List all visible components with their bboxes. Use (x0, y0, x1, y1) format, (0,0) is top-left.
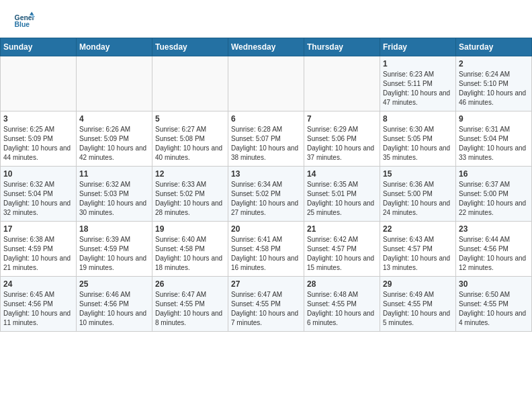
calendar-cell: 9Sunrise: 6:31 AM Sunset: 5:04 PM Daylig… (456, 111, 532, 167)
day-number: 2 (459, 59, 529, 68)
calendar-cell: 10Sunrise: 6:32 AM Sunset: 5:04 PM Dayli… (1, 167, 77, 222)
day-number: 23 (459, 224, 529, 234)
day-number: 18 (79, 224, 149, 234)
day-number: 9 (459, 114, 529, 124)
day-info: Sunrise: 6:40 AM Sunset: 4:58 PM Dayligh… (155, 235, 225, 273)
day-number: 24 (3, 279, 73, 289)
day-info: Sunrise: 6:32 AM Sunset: 5:03 PM Dayligh… (79, 180, 149, 218)
calendar-cell (152, 56, 228, 111)
day-info: Sunrise: 6:45 AM Sunset: 4:56 PM Dayligh… (3, 290, 73, 328)
day-info: Sunrise: 6:39 AM Sunset: 4:59 PM Dayligh… (79, 235, 149, 273)
calendar-cell: 12Sunrise: 6:33 AM Sunset: 5:02 PM Dayli… (152, 167, 228, 222)
day-info: Sunrise: 6:26 AM Sunset: 5:09 PM Dayligh… (79, 125, 149, 163)
day-info: Sunrise: 6:33 AM Sunset: 5:02 PM Dayligh… (155, 180, 225, 218)
day-info: Sunrise: 6:23 AM Sunset: 5:11 PM Dayligh… (383, 70, 453, 107)
day-info: Sunrise: 6:30 AM Sunset: 5:05 PM Dayligh… (383, 125, 453, 163)
day-info: Sunrise: 6:24 AM Sunset: 5:10 PM Dayligh… (459, 70, 529, 107)
day-info: Sunrise: 6:43 AM Sunset: 4:57 PM Dayligh… (383, 235, 453, 273)
weekday-header-cell: Wednesday (228, 38, 304, 56)
day-number: 22 (383, 224, 453, 234)
day-number: 8 (383, 114, 453, 124)
calendar-cell: 18Sunrise: 6:39 AM Sunset: 4:59 PM Dayli… (77, 222, 152, 277)
day-info: Sunrise: 6:27 AM Sunset: 5:08 PM Dayligh… (155, 125, 225, 163)
calendar-cell: 11Sunrise: 6:32 AM Sunset: 5:03 PM Dayli… (77, 167, 152, 222)
day-number: 12 (155, 169, 225, 179)
calendar-cell: 30Sunrise: 6:50 AM Sunset: 4:55 PM Dayli… (456, 277, 532, 332)
day-number: 20 (231, 224, 301, 234)
weekday-header-cell: Saturday (456, 38, 532, 56)
day-number: 17 (3, 224, 73, 234)
calendar-cell: 4Sunrise: 6:26 AM Sunset: 5:09 PM Daylig… (77, 111, 152, 167)
day-info: Sunrise: 6:47 AM Sunset: 4:55 PM Dayligh… (155, 290, 225, 328)
day-info: Sunrise: 6:46 AM Sunset: 4:56 PM Dayligh… (79, 290, 149, 328)
calendar-cell: 26Sunrise: 6:47 AM Sunset: 4:55 PM Dayli… (152, 277, 228, 332)
calendar-cell: 25Sunrise: 6:46 AM Sunset: 4:56 PM Dayli… (77, 277, 152, 332)
calendar-cell: 16Sunrise: 6:37 AM Sunset: 5:00 PM Dayli… (456, 167, 532, 222)
calendar-cell: 23Sunrise: 6:44 AM Sunset: 4:56 PM Dayli… (456, 222, 532, 277)
calendar-cell: 3Sunrise: 6:25 AM Sunset: 5:09 PM Daylig… (1, 111, 77, 167)
day-number: 4 (79, 114, 149, 124)
day-number: 13 (231, 169, 301, 179)
day-info: Sunrise: 6:49 AM Sunset: 4:55 PM Dayligh… (383, 290, 453, 328)
calendar-row: 24Sunrise: 6:45 AM Sunset: 4:56 PM Dayli… (1, 277, 532, 332)
day-number: 15 (383, 169, 453, 179)
calendar-cell: 28Sunrise: 6:48 AM Sunset: 4:55 PM Dayli… (304, 277, 380, 332)
weekday-header-cell: Friday (380, 38, 456, 56)
day-info: Sunrise: 6:47 AM Sunset: 4:55 PM Dayligh… (231, 290, 301, 328)
logo-icon: General Blue (13, 11, 35, 32)
page-header: General Blue (0, 0, 532, 38)
day-info: Sunrise: 6:36 AM Sunset: 5:00 PM Dayligh… (383, 180, 453, 218)
calendar-cell: 14Sunrise: 6:35 AM Sunset: 5:01 PM Dayli… (304, 167, 380, 222)
calendar-cell: 2Sunrise: 6:24 AM Sunset: 5:10 PM Daylig… (456, 56, 532, 111)
calendar-cell (228, 56, 304, 111)
day-info: Sunrise: 6:32 AM Sunset: 5:04 PM Dayligh… (3, 180, 73, 218)
calendar-row: 17Sunrise: 6:38 AM Sunset: 4:59 PM Dayli… (1, 222, 532, 277)
calendar-header-row: SundayMondayTuesdayWednesdayThursdayFrid… (1, 38, 532, 56)
day-number: 30 (459, 279, 529, 289)
day-info: Sunrise: 6:38 AM Sunset: 4:59 PM Dayligh… (3, 235, 73, 273)
day-number: 21 (307, 224, 377, 234)
day-number: 16 (459, 169, 529, 179)
calendar-cell (304, 56, 380, 111)
calendar-cell: 21Sunrise: 6:42 AM Sunset: 4:57 PM Dayli… (304, 222, 380, 277)
day-number: 10 (3, 169, 73, 179)
calendar-row: 3Sunrise: 6:25 AM Sunset: 5:09 PM Daylig… (1, 111, 532, 167)
day-info: Sunrise: 6:35 AM Sunset: 5:01 PM Dayligh… (307, 180, 377, 218)
svg-marker-2 (30, 12, 34, 15)
calendar-cell: 17Sunrise: 6:38 AM Sunset: 4:59 PM Dayli… (1, 222, 77, 277)
calendar-body: 1Sunrise: 6:23 AM Sunset: 5:11 PM Daylig… (1, 56, 532, 332)
day-info: Sunrise: 6:44 AM Sunset: 4:56 PM Dayligh… (459, 235, 529, 273)
day-number: 29 (383, 279, 453, 289)
day-info: Sunrise: 6:48 AM Sunset: 4:55 PM Dayligh… (307, 290, 377, 328)
calendar-cell: 27Sunrise: 6:47 AM Sunset: 4:55 PM Dayli… (228, 277, 304, 332)
day-info: Sunrise: 6:25 AM Sunset: 5:09 PM Dayligh… (3, 125, 73, 163)
day-number: 3 (3, 114, 73, 124)
weekday-header-cell: Tuesday (152, 38, 228, 56)
calendar-cell: 6Sunrise: 6:28 AM Sunset: 5:07 PM Daylig… (228, 111, 304, 167)
calendar-row: 1Sunrise: 6:23 AM Sunset: 5:11 PM Daylig… (1, 56, 532, 111)
calendar-cell: 13Sunrise: 6:34 AM Sunset: 5:02 PM Dayli… (228, 167, 304, 222)
day-info: Sunrise: 6:50 AM Sunset: 4:55 PM Dayligh… (459, 290, 529, 328)
day-number: 19 (155, 224, 225, 234)
day-info: Sunrise: 6:37 AM Sunset: 5:00 PM Dayligh… (459, 180, 529, 218)
day-number: 5 (155, 114, 225, 124)
day-number: 7 (307, 114, 377, 124)
day-info: Sunrise: 6:41 AM Sunset: 4:58 PM Dayligh… (231, 235, 301, 273)
day-number: 28 (307, 279, 377, 289)
calendar-cell: 1Sunrise: 6:23 AM Sunset: 5:11 PM Daylig… (380, 56, 456, 111)
calendar-row: 10Sunrise: 6:32 AM Sunset: 5:04 PM Dayli… (1, 167, 532, 222)
day-number: 25 (79, 279, 149, 289)
calendar-table: SundayMondayTuesdayWednesdayThursdayFrid… (0, 38, 532, 332)
calendar-cell (77, 56, 152, 111)
calendar-cell: 29Sunrise: 6:49 AM Sunset: 4:55 PM Dayli… (380, 277, 456, 332)
logo: General Blue (13, 11, 35, 32)
day-number: 27 (231, 279, 301, 289)
day-number: 26 (155, 279, 225, 289)
calendar-cell: 20Sunrise: 6:41 AM Sunset: 4:58 PM Dayli… (228, 222, 304, 277)
day-info: Sunrise: 6:28 AM Sunset: 5:07 PM Dayligh… (231, 125, 301, 163)
day-info: Sunrise: 6:34 AM Sunset: 5:02 PM Dayligh… (231, 180, 301, 218)
calendar-cell: 24Sunrise: 6:45 AM Sunset: 4:56 PM Dayli… (1, 277, 77, 332)
day-info: Sunrise: 6:29 AM Sunset: 5:06 PM Dayligh… (307, 125, 377, 163)
calendar-cell: 7Sunrise: 6:29 AM Sunset: 5:06 PM Daylig… (304, 111, 380, 167)
calendar-cell: 22Sunrise: 6:43 AM Sunset: 4:57 PM Dayli… (380, 222, 456, 277)
